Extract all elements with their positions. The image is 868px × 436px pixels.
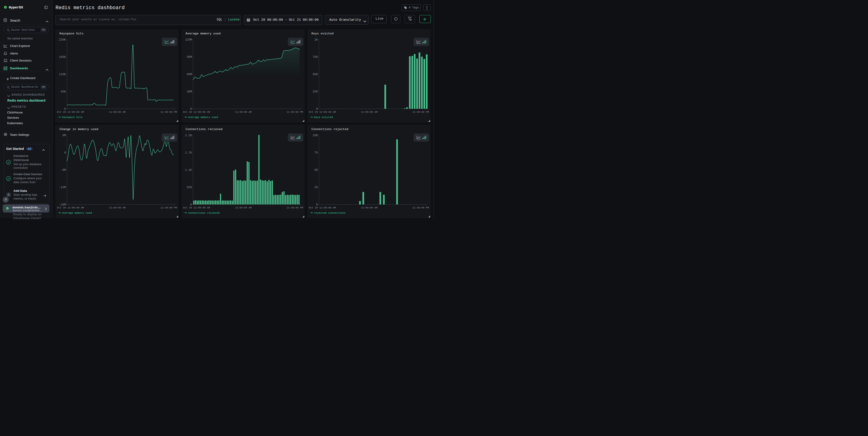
- svg-text:1.1K: 1.1K: [185, 169, 192, 172]
- svg-text:0: 0: [316, 203, 318, 206]
- svg-text:11:00:00 AM: 11:00:00 AM: [235, 206, 251, 209]
- svg-text:0: 0: [64, 107, 66, 111]
- svg-text:Connections recieved: Connections recieved: [185, 127, 222, 131]
- svg-text:Keys evicted: Keys evicted: [314, 116, 333, 119]
- svg-text:Oct 20 12:00:00 AM: Oct 20 12:00:00 AM: [183, 111, 210, 113]
- svg-text:750: 750: [313, 55, 318, 59]
- svg-text:165K: 165K: [59, 55, 66, 59]
- svg-text:110K: 110K: [59, 73, 66, 76]
- svg-text:0: 0: [190, 203, 192, 206]
- svg-text:55K: 55K: [61, 90, 66, 93]
- svg-text:Oct 20 12:00:00 AM: Oct 20 12:00:00 AM: [57, 206, 84, 209]
- svg-text:90M: 90M: [187, 55, 192, 59]
- svg-text:-18M: -18M: [59, 203, 66, 206]
- svg-text:Keyspace hits: Keyspace hits: [60, 32, 84, 35]
- svg-text:100: 100: [313, 134, 318, 137]
- svg-text:Keyspace hits: Keyspace hits: [62, 116, 83, 119]
- svg-text:120M: 120M: [185, 38, 192, 41]
- svg-text:Average memory used: Average memory used: [62, 211, 92, 214]
- svg-text:1.7K: 1.7K: [185, 151, 192, 154]
- svg-text:75: 75: [314, 151, 318, 154]
- svg-text:Oct 20 12:00:00 AM: Oct 20 12:00:00 AM: [57, 111, 84, 113]
- svg-text:Keys evicted: Keys evicted: [312, 32, 334, 35]
- svg-text:550: 550: [187, 186, 192, 189]
- svg-text:11:30:00 PM: 11:30:00 PM: [286, 206, 303, 209]
- svg-text:30M: 30M: [187, 90, 192, 93]
- svg-text:Average memory used: Average memory used: [185, 32, 220, 35]
- svg-text:Oct 20 12:00:00 AM: Oct 20 12:00:00 AM: [183, 206, 210, 209]
- svg-text:11:00:00 AM: 11:00:00 AM: [109, 111, 126, 113]
- svg-text:220K: 220K: [59, 38, 66, 41]
- svg-text:6M: 6M: [62, 134, 66, 137]
- svg-text:11:00:00 AM: 11:00:00 AM: [361, 206, 377, 209]
- svg-text:Oct 20 12:00:00 AM: Oct 20 12:00:00 AM: [309, 206, 336, 209]
- svg-text:11:00:00 AM: 11:00:00 AM: [235, 111, 251, 113]
- svg-text:11:30:00 PM: 11:30:00 PM: [160, 111, 177, 113]
- svg-text:0: 0: [190, 107, 192, 111]
- svg-text:-12M: -12M: [59, 186, 66, 189]
- svg-text:11:30:00 PM: 11:30:00 PM: [412, 111, 429, 113]
- svg-text:0: 0: [64, 151, 66, 154]
- svg-text:11:30:00 PM: 11:30:00 PM: [160, 206, 177, 209]
- svg-text:Oct 20 12:00:00 AM: Oct 20 12:00:00 AM: [309, 111, 336, 113]
- svg-text:11:00:00 AM: 11:00:00 AM: [109, 206, 126, 209]
- svg-text:rejected connections: rejected connections: [314, 211, 345, 214]
- svg-text:0: 0: [316, 107, 318, 111]
- svg-text:-6M: -6M: [61, 169, 66, 172]
- svg-text:Change in memory used: Change in memory used: [60, 127, 98, 131]
- svg-text:Connections rejected: Connections rejected: [312, 127, 348, 131]
- svg-text:Connections recieved: Connections recieved: [188, 211, 219, 214]
- svg-text:11:00:00 AM: 11:00:00 AM: [361, 111, 377, 113]
- svg-text:50: 50: [314, 169, 318, 172]
- svg-text:Average memory used: Average memory used: [188, 116, 218, 119]
- svg-text:1K: 1K: [314, 38, 318, 41]
- svg-text:11:30:00 PM: 11:30:00 PM: [286, 111, 303, 113]
- svg-text:500: 500: [313, 73, 318, 76]
- svg-text:25: 25: [314, 186, 318, 189]
- svg-text:2.2K: 2.2K: [185, 134, 192, 137]
- svg-text:250: 250: [313, 90, 318, 93]
- svg-text:11:30:00 PM: 11:30:00 PM: [412, 206, 429, 209]
- svg-text:60M: 60M: [187, 73, 192, 76]
